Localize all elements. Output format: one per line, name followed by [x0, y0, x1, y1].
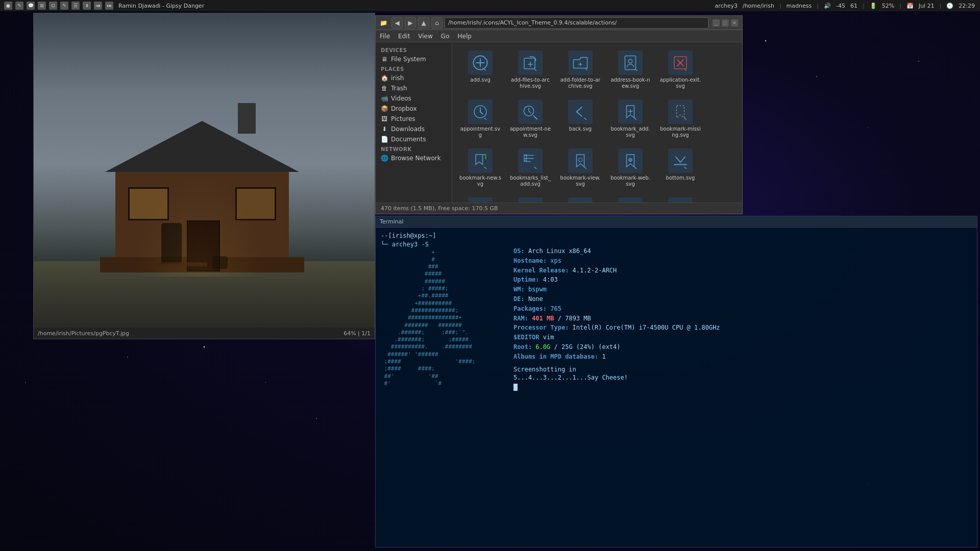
sidebar-item-browse-network[interactable]: 🌐 Browse Network — [376, 153, 452, 163]
nav-home-btn[interactable]: ⌂ — [431, 17, 443, 29]
devices-section-header: DEVICES — [376, 45, 452, 54]
user-path-display: /home/irish — [743, 3, 774, 9]
places-section-header: PLACES — [376, 64, 452, 73]
info-hostname: Hostname: xps — [513, 257, 972, 265]
info-kernel: Kernel Release: 4.1.2-2-ARCH — [513, 266, 972, 275]
menu-view[interactable]: View — [418, 33, 432, 40]
info-wm: WM: bspwm — [513, 285, 972, 294]
taskbar-app-icon-1[interactable]: ● — [4, 2, 12, 10]
file-item-bottom[interactable]: bottom.svg — [657, 145, 703, 190]
file-item-cancel[interactable]: cancel.svg — [607, 194, 653, 203]
taskbar-app-icon-8[interactable]: ⏸ — [83, 2, 91, 10]
cabin-roof — [105, 121, 299, 172]
file-item-appointment-new[interactable]: appointment-new.svg — [507, 96, 553, 141]
svg-rect-1 — [524, 58, 535, 69]
photo-position: 1/1 — [361, 330, 371, 337]
terminal-body[interactable]: --[irish@xps:~] └─ archey3 -S + # ### ##… — [376, 228, 977, 547]
sidebar-item-trash[interactable]: 🗑 Trash — [376, 83, 452, 93]
close-btn[interactable]: ✕ — [731, 19, 738, 27]
file-item-bookmark-new[interactable]: bookmark-new.svg — [457, 145, 503, 190]
window-controls: _ □ ✕ — [713, 19, 738, 27]
file-item-appointment[interactable]: appointment.svg — [457, 96, 503, 141]
maximize-btn[interactable]: □ — [722, 19, 729, 27]
info-de: DE: None — [513, 295, 972, 304]
sidebar-item-downloads[interactable]: ⬇ Downloads — [376, 124, 452, 134]
videos-icon: 📹 — [381, 95, 388, 102]
terminal-command: └─ archey3 -S — [381, 240, 503, 249]
file-item-bookmark-missing[interactable]: bookmark-missing.svg — [657, 96, 703, 141]
taskbar-app-icon-7[interactable]: ☰ — [71, 2, 80, 10]
taskbar-music-info: Ramin Djawadi - Gipsy Danger — [118, 3, 204, 9]
taskbar-prev-btn[interactable]: ⏮ — [94, 2, 102, 10]
taskbar-app-icon-4[interactable]: ⊞ — [38, 2, 46, 10]
calendar-icon: 📅 — [906, 3, 914, 9]
photo-zoom-position: 64% | 1/1 — [344, 330, 371, 337]
file-item-bookmark-add[interactable]: bookmark_add.svg — [607, 96, 653, 141]
terminal-cursor — [513, 384, 518, 391]
menu-help[interactable]: Help — [457, 33, 471, 40]
menu-edit[interactable]: Edit — [398, 33, 410, 40]
file-item-add-svg[interactable]: add.svg — [457, 47, 503, 92]
downloads-icon: ⬇ — [381, 126, 388, 133]
time-display: 22:29 — [959, 3, 975, 9]
clock-icon: 🕙 — [946, 3, 953, 9]
info-packages: Packages: 765 — [513, 305, 972, 313]
sidebar-item-irish[interactable]: 🏠 irish — [376, 73, 452, 83]
minimize-btn[interactable]: _ — [713, 19, 720, 27]
battery-pct: 52% — [882, 3, 894, 9]
fm-content-area: add.svg add-files-to-archive.svg add-fol… — [452, 42, 742, 203]
info-albums: Albums in MPD database: 1 — [513, 353, 972, 361]
sidebar-item-dropbox[interactable]: 📦 Dropbox — [376, 104, 452, 114]
nav-back-btn[interactable]: ◀ — [391, 17, 403, 29]
taskbar-next-btn[interactable]: ⏭ — [105, 2, 113, 10]
info-os: OS: Arch Linux x86_64 — [513, 247, 972, 256]
terminal-screenshotting: Screenshotting in 5...4...3...2...1...Sa… — [513, 365, 972, 391]
svg-point-3 — [628, 59, 632, 63]
photo-statusbar: /home/irish/Pictures/pgPbcyT.jpg 64% | 1… — [34, 328, 375, 339]
taskbar-app-icon-5[interactable]: ⊡ — [49, 2, 57, 10]
home-icon: 🏠 — [381, 74, 388, 82]
file-item-call-start[interactable]: call-start.svg — [507, 194, 553, 203]
file-item-add-files-archive[interactable]: add-files-to-archive.svg — [507, 47, 553, 92]
network-section-header: NETWORK — [376, 144, 452, 153]
file-item-bookmark-web[interactable]: bookmark-web.svg — [607, 145, 653, 190]
terminal-window: Terminal --[irish@xps:~] └─ archey3 -S +… — [375, 216, 977, 547]
file-item-bookmarks-list-add[interactable]: bookmarks_list_add.svg — [507, 145, 553, 190]
sidebar-item-filesystem[interactable]: 🖥 File System — [376, 54, 452, 64]
file-item-centrejust[interactable]: centrejust.svg — [657, 194, 703, 203]
info-processor: Processor Type: Intel(R) Core(TM) i7-450… — [513, 323, 972, 332]
menu-go[interactable]: Go — [441, 33, 450, 40]
fm-file-grid: add.svg add-files-to-archive.svg add-fol… — [457, 47, 737, 203]
sidebar-item-documents[interactable]: 📄 Documents — [376, 134, 452, 144]
nav-up-btn[interactable]: ▲ — [418, 17, 429, 29]
volume-icon: 🔊 — [824, 3, 831, 9]
taskbar-right: archey3 /home/irish | madness | 🔊 -45 61… — [710, 3, 980, 9]
chimney — [238, 103, 256, 134]
sidebar-item-pictures[interactable]: 🖼 Pictures — [376, 114, 452, 124]
taskbar: ● ✎ 💬 ⊞ ⊡ ✎ ☰ ⏸ ⏮ ⏭ Ramin Djawadi - Gips… — [0, 0, 980, 11]
photo-scene — [34, 13, 375, 328]
file-item-button-cancel[interactable]: button_cancel.svg — [457, 194, 503, 203]
taskbar-app-icon-6[interactable]: ✎ — [60, 2, 68, 10]
taskbar-left: ● ✎ 💬 ⊞ ⊡ ✎ ☰ ⏸ ⏮ ⏭ Ramin Djawadi - Gips… — [0, 2, 710, 10]
address-bar[interactable]: /home/irish/.icons/ACYL_Icon_Theme_0.9.4… — [445, 17, 708, 29]
file-item-add-folder-archive[interactable]: add-folder-to-archive.svg — [557, 47, 603, 92]
file-item-address-book[interactable]: address-book-new.svg — [607, 47, 653, 92]
file-item-bookmark-view[interactable]: bookmark-view.svg — [557, 145, 603, 190]
terminal-prompt: --[irish@xps:~] — [381, 232, 503, 240]
menu-file[interactable]: File — [380, 33, 390, 40]
terminal-titlebar: Terminal — [376, 216, 977, 228]
fm-statusbar: 470 items (1.5 MB), Free space: 170.5 GB — [376, 203, 742, 214]
taskbar-app-icon-3[interactable]: 💬 — [27, 2, 35, 10]
photo-zoom: 64% — [344, 330, 356, 337]
ascii-art: + # ### ##### ###### ; #####; +##.##### … — [381, 249, 503, 388]
terminal-sysinfo: OS: Arch Linux x86_64 Hostname: xps Kern… — [513, 232, 972, 543]
file-item-application-exit[interactable]: application-exit.svg — [657, 47, 703, 92]
terminal-title: Terminal — [380, 218, 404, 225]
file-item-back[interactable]: back.svg — [557, 96, 603, 141]
taskbar-app-icon-2[interactable]: ✎ — [15, 2, 23, 10]
file-item-call-stop[interactable]: call-stop.svg — [557, 194, 603, 203]
nav-forward-btn[interactable]: ▶ — [405, 17, 416, 29]
sidebar-item-videos[interactable]: 📹 Videos — [376, 93, 452, 104]
light-glow — [136, 174, 263, 277]
